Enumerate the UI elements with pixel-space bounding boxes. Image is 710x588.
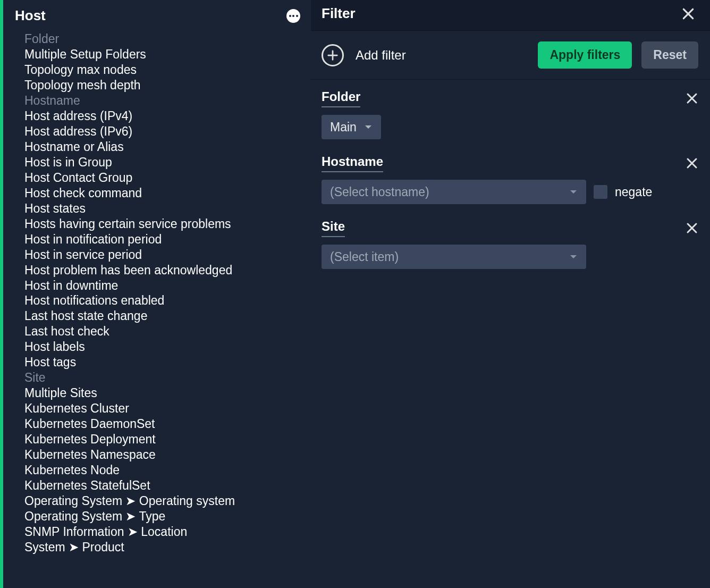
filter-option-item[interactable]: Host problem has been acknowledged xyxy=(24,263,300,278)
filter-option-item[interactable]: Hosts having certain service problems xyxy=(24,216,300,232)
filter-option-item: Hostname xyxy=(24,93,300,108)
chevron-down-icon xyxy=(563,189,578,195)
filter-toolbar: Add filter Apply filters Reset xyxy=(311,31,710,80)
folder-select-value: Main xyxy=(330,120,357,135)
remove-filter-folder-icon[interactable] xyxy=(686,92,698,105)
filter-option-item[interactable]: Kubernetes Namespace xyxy=(24,447,300,463)
negate-checkbox[interactable] xyxy=(594,185,607,199)
filter-option-item[interactable]: SNMP Information ➤ Location xyxy=(24,524,300,540)
filter-option-item[interactable]: Host tags xyxy=(24,355,300,370)
apply-filters-button[interactable]: Apply filters xyxy=(538,41,632,69)
filter-option-item[interactable]: Last host check xyxy=(24,324,300,339)
filter-option-item[interactable]: Multiple Setup Folders xyxy=(24,47,300,62)
site-select-placeholder: (Select item) xyxy=(330,250,399,264)
filter-panel: Filter Add filter Apply filters Reset Fo… xyxy=(311,0,710,588)
filter-option-item[interactable]: Operating System ➤ Type xyxy=(24,509,300,524)
filter-option-item[interactable]: Topology mesh depth xyxy=(24,78,300,93)
filter-option-item[interactable]: Kubernetes Cluster xyxy=(24,401,300,416)
plus-circle-icon xyxy=(322,44,344,66)
filter-option-item[interactable]: Host notifications enabled xyxy=(24,293,300,308)
negate-label: negate xyxy=(615,185,652,199)
filter-block-folder: Folder Main xyxy=(322,80,698,139)
remove-filter-hostname-icon[interactable] xyxy=(686,157,698,170)
filter-option-item[interactable]: Host labels xyxy=(24,339,300,355)
remove-filter-site-icon[interactable] xyxy=(686,222,698,234)
hostname-select-placeholder: (Select hostname) xyxy=(330,185,429,199)
close-icon[interactable] xyxy=(681,7,695,21)
filter-option-item[interactable]: System ➤ Product xyxy=(24,540,300,555)
filter-option-item[interactable]: Kubernetes Node xyxy=(24,463,300,478)
host-panel-title: Host xyxy=(15,7,46,24)
hostname-select[interactable]: (Select hostname) xyxy=(322,180,586,204)
chevron-down-icon xyxy=(563,254,578,260)
folder-select[interactable]: Main xyxy=(322,115,381,139)
filter-option-item[interactable]: Host is in Group xyxy=(24,155,300,170)
filter-option-item[interactable]: Hostname or Alias xyxy=(24,139,300,155)
filter-option-item: Folder xyxy=(24,31,300,47)
filter-option-item[interactable]: Kubernetes StatefulSet xyxy=(24,478,300,493)
filter-option-item: Site xyxy=(24,370,300,385)
filter-option-item[interactable]: Operating System ➤ Operating system xyxy=(24,493,300,509)
filter-option-item[interactable]: Kubernetes Deployment xyxy=(24,432,300,447)
filter-option-item[interactable]: Kubernetes DaemonSet xyxy=(24,416,300,432)
filter-option-item[interactable]: Topology max nodes xyxy=(24,62,300,78)
filter-option-item[interactable]: Host in notification period xyxy=(24,232,300,247)
filter-option-item[interactable]: Host in downtime xyxy=(24,278,300,293)
filter-option-item[interactable]: Host address (IPv4) xyxy=(24,108,300,124)
filter-block-hostname: Hostname (Select hostname) negate xyxy=(322,145,698,204)
chevron-down-icon xyxy=(358,124,373,130)
site-select[interactable]: (Select item) xyxy=(322,245,586,269)
filter-name-site: Site xyxy=(322,219,345,237)
filter-block-site: Site (Select item) xyxy=(322,209,698,269)
filter-name-hostname: Hostname xyxy=(322,154,383,172)
filter-option-item[interactable]: Host address (IPv6) xyxy=(24,124,300,139)
add-filter-button[interactable]: Add filter xyxy=(322,44,528,66)
filter-panel-title: Filter xyxy=(322,5,356,22)
filter-option-item[interactable]: Host states xyxy=(24,201,300,216)
filter-option-item[interactable]: Host in service period xyxy=(24,247,300,263)
more-icon[interactable] xyxy=(286,9,300,23)
filter-option-item[interactable]: Host Contact Group xyxy=(24,170,300,186)
filter-option-item[interactable]: Host check command xyxy=(24,186,300,201)
host-filter-panel: Host FolderMultiple Setup FoldersTopolog… xyxy=(0,0,311,588)
add-filter-label: Add filter xyxy=(356,48,406,63)
filter-option-list: FolderMultiple Setup FoldersTopology max… xyxy=(3,31,311,555)
reset-button[interactable]: Reset xyxy=(641,41,698,69)
filter-option-item[interactable]: Multiple Sites xyxy=(24,385,300,401)
filter-name-folder: Folder xyxy=(322,89,360,107)
filter-option-item[interactable]: Last host state change xyxy=(24,308,300,324)
